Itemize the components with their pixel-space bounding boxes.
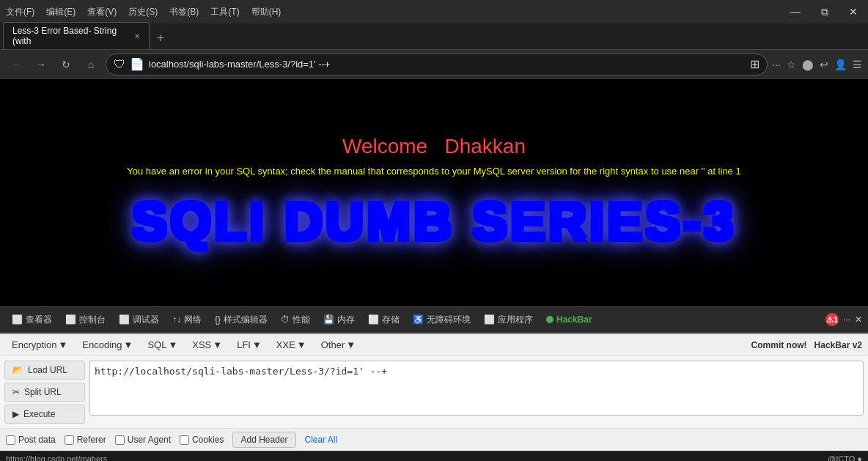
status-right: @ICTO ● (828, 454, 862, 462)
devtool-accessibility[interactable]: ♿ 无障碍环境 (407, 311, 477, 329)
accessibility-icon: ♿ (413, 314, 424, 325)
load-url-label: Load URL (28, 365, 67, 375)
address-input-wrap: 🛡 📄 ⊞ (106, 54, 768, 75)
devtools-bar: ⬜ 查看器 ⬜ 控制台 ⬜ 调试器 ↑↓ 网络 {} 样式编辑器 ⏱ 性能 💾 … (0, 306, 868, 333)
close-button[interactable]: ✕ (845, 4, 862, 19)
hackbar-url-input[interactable]: http://localhost/sqli-labs-master/Less-3… (89, 361, 864, 416)
active-tab[interactable]: Less-3 Error Based- String (with ✕ (3, 22, 150, 49)
memory-icon: 💾 (323, 314, 334, 325)
devtool-hackbar[interactable]: HackBar (540, 311, 598, 328)
home-icon: ⌂ (88, 59, 94, 70)
hackbar-menu-xxe[interactable]: XXE ▼ (271, 337, 312, 353)
minimize-button[interactable]: — (786, 4, 805, 19)
home-button[interactable]: ⌂ (81, 54, 101, 75)
devtool-memory[interactable]: 💾 内存 (317, 311, 361, 329)
bookmark-icon[interactable]: ☆ (787, 59, 796, 70)
devtool-debugger[interactable]: ⬜ 调试器 (113, 311, 165, 329)
network-icon: ↑↓ (172, 314, 181, 325)
devtool-console[interactable]: ⬜ 控制台 (59, 311, 111, 329)
hackbar-version-label: HackBar v2 (814, 340, 862, 350)
referer-label: Referer (77, 435, 106, 445)
menu-edit[interactable]: 编辑(E) (46, 6, 76, 18)
devtools-close-icon[interactable]: ✕ (855, 314, 862, 325)
status-bar: https://blog.csdn.net/mahers @ICTO ● (0, 451, 868, 461)
xss-arrow-icon: ▼ (213, 339, 222, 350)
devtool-inspector[interactable]: ⬜ 查看器 (6, 311, 58, 329)
more-icon[interactable]: ··· (772, 59, 781, 70)
execute-button[interactable]: ▶ Execute (4, 405, 85, 424)
title-bar: 文件(F) 编辑(E) 查看(V) 历史(S) 书签(B) 工具(T) 帮助(H… (0, 0, 868, 23)
execute-label: Execute (23, 409, 55, 419)
commit-now-label: Commit now! (751, 340, 807, 350)
hackbar-menu-encoding[interactable]: Encoding ▼ (76, 337, 139, 353)
hackbar-panel: Encryption ▼ Encoding ▼ SQL ▼ XSS ▼ LFI … (0, 333, 868, 451)
sql-label: SQL (147, 339, 166, 350)
storage-icon: ⬜ (368, 314, 379, 325)
referer-checkbox-label[interactable]: Referer (65, 435, 106, 445)
hackbar-footer: Post data Referer User Agent Cookies Add… (0, 428, 868, 451)
cookies-checkbox[interactable] (180, 435, 189, 445)
referer-checkbox[interactable] (65, 435, 74, 445)
menu-help[interactable]: 帮助(H) (251, 6, 282, 18)
restore-button[interactable]: ⧉ (817, 4, 833, 20)
cookies-checkbox-label[interactable]: Cookies (180, 435, 224, 445)
sqli-logo: SQLI DUMB SERIES-3 (132, 191, 736, 251)
account-icon[interactable]: 👤 (834, 59, 847, 70)
menu-history[interactable]: 历史(S) (128, 6, 158, 18)
reload-button[interactable]: ↻ (56, 54, 76, 75)
encryption-label: Encryption (12, 339, 56, 350)
post-data-checkbox[interactable] (6, 435, 15, 445)
split-url-icon: ✂ (12, 387, 20, 397)
encoding-arrow-icon: ▼ (124, 339, 133, 350)
hamburger-icon[interactable]: ☰ (853, 59, 862, 70)
split-url-button[interactable]: ✂ Split URL (4, 383, 85, 402)
welcome-name: Dhakkan (445, 135, 526, 158)
post-data-checkbox-label[interactable]: Post data (6, 435, 56, 445)
hackbar-menu-xss[interactable]: XSS ▼ (186, 337, 228, 353)
menu-bookmarks[interactable]: 书签(B) (169, 6, 199, 18)
extensions-icon[interactable]: ⬤ (802, 59, 814, 70)
title-bar-controls: — ⧉ ✕ (786, 4, 862, 20)
devtool-performance[interactable]: ⏱ 性能 (275, 311, 316, 329)
error-count: 1 (834, 315, 838, 324)
welcome-label: Welcome (342, 135, 427, 158)
hackbar-textarea-wrap: http://localhost/sqli-labs-master/Less-3… (89, 361, 864, 424)
hackbar-menu-lfi[interactable]: LFI ▼ (231, 337, 268, 353)
address-input[interactable] (149, 59, 746, 70)
hackbar-menu-other[interactable]: Other ▼ (315, 337, 361, 353)
tab-close-button[interactable]: ✕ (134, 32, 140, 40)
new-tab-button[interactable]: + (150, 27, 171, 49)
devtools-more-icon[interactable]: ··· (843, 314, 850, 325)
sync-icon[interactable]: ↩ (820, 59, 828, 70)
hackbar-menu-encryption[interactable]: Encryption ▼ (6, 337, 73, 353)
user-agent-checkbox[interactable] (115, 435, 125, 445)
menu-view[interactable]: 查看(V) (87, 6, 117, 18)
devtool-storage[interactable]: ⬜ 存储 (362, 311, 405, 329)
hackbar-commit-info: Commit now! HackBar v2 (751, 340, 862, 350)
forward-icon: → (36, 59, 46, 70)
grid-icon: ⊞ (750, 57, 760, 71)
hackbar-menu-sql[interactable]: SQL ▼ (141, 337, 183, 353)
devtool-network[interactable]: ↑↓ 网络 (166, 311, 207, 329)
menu-tools[interactable]: 工具(T) (210, 6, 239, 18)
hackbar-sidebar: 📂 Load URL ✂ Split URL ▶ Execute (4, 361, 85, 424)
devtool-app[interactable]: ⬜ 应用程序 (478, 311, 539, 329)
reload-icon: ↻ (62, 59, 70, 70)
menu-file[interactable]: 文件(F) (6, 6, 34, 18)
back-button[interactable]: ← (6, 54, 26, 75)
load-url-icon: 📂 (12, 365, 23, 375)
add-header-button[interactable]: Add Header (232, 432, 295, 448)
address-bar: ← → ↻ ⌂ 🛡 📄 ⊞ ··· ☆ ⬤ ↩ 👤 ☰ (0, 50, 868, 79)
user-agent-checkbox-label[interactable]: User Agent (115, 435, 171, 445)
other-arrow-icon: ▼ (346, 339, 356, 350)
hackbar-dot-icon (546, 316, 553, 323)
clear-all-button[interactable]: Clear All (305, 435, 338, 445)
hackbar-main-content: 📂 Load URL ✂ Split URL ▶ Execute http://… (0, 356, 868, 428)
sql-error-text: You have an error in your SQL syntax; ch… (127, 166, 740, 177)
post-data-label: Post data (18, 435, 56, 445)
load-url-button[interactable]: 📂 Load URL (4, 361, 85, 380)
lfi-label: LFI (237, 339, 251, 350)
forward-button[interactable]: → (31, 54, 51, 75)
devtool-style-editor[interactable]: {} 样式编辑器 (209, 311, 273, 329)
main-content: Welcome Dhakkan You have an error in you… (0, 79, 868, 306)
